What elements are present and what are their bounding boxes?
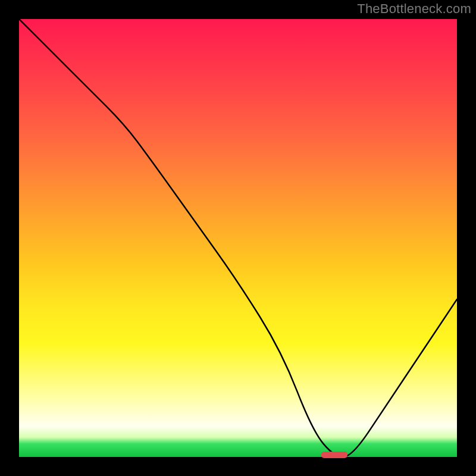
optimal-marker xyxy=(321,452,347,458)
watermark-text: TheBottleneck.com xyxy=(357,1,471,17)
curve-group xyxy=(19,19,457,458)
bottleneck-curve xyxy=(19,19,457,457)
chart-frame: TheBottleneck.com xyxy=(0,0,476,476)
chart-svg xyxy=(19,19,457,457)
